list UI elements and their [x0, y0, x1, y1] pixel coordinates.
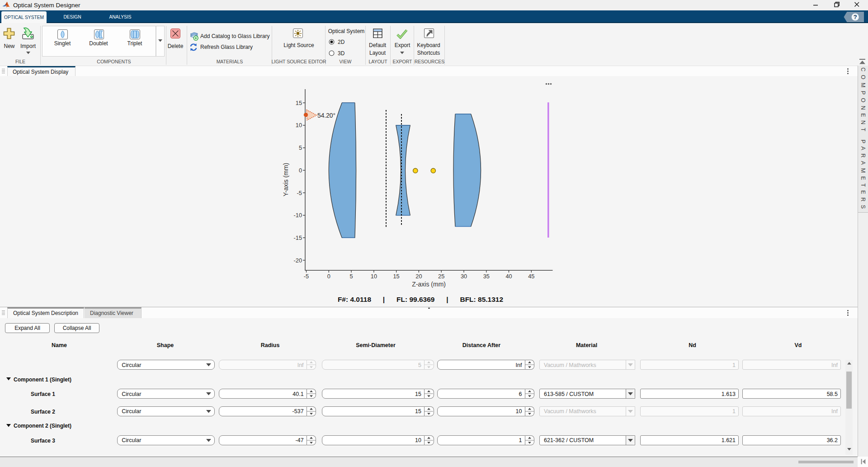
svg-text:?: ? — [854, 14, 857, 20]
svg-text:15: 15 — [393, 273, 399, 280]
svg-text:0: 0 — [327, 273, 330, 280]
svg-text:5: 5 — [349, 273, 353, 280]
svg-text:Y-axis (mm): Y-axis (mm) — [282, 163, 289, 196]
svg-text:40: 40 — [505, 273, 512, 280]
svg-text:45: 45 — [528, 273, 534, 280]
svg-text:0: 0 — [299, 167, 302, 174]
svg-text:Z-axis (mm): Z-axis (mm) — [412, 281, 446, 288]
svg-text:-5: -5 — [297, 190, 302, 196]
svg-text:54.20°: 54.20° — [317, 112, 335, 119]
svg-text:-15: -15 — [294, 234, 302, 241]
svg-text:15: 15 — [296, 100, 302, 106]
svg-text:10: 10 — [296, 122, 302, 129]
svg-text:-20: -20 — [294, 257, 302, 264]
svg-text:5: 5 — [299, 144, 302, 151]
svg-text:20: 20 — [415, 273, 422, 280]
svg-text:-10: -10 — [294, 212, 302, 219]
svg-text:10: 10 — [371, 273, 377, 280]
svg-text:-5: -5 — [304, 273, 309, 280]
svg-text:35: 35 — [483, 273, 490, 280]
svg-text:25: 25 — [438, 273, 444, 280]
svg-text:30: 30 — [461, 273, 467, 280]
svg-text:F#: 4.0118 | FL: 99.: F#: 4.0118 | FL: 99.6369 | BFL: 85.1312 — [338, 295, 503, 303]
